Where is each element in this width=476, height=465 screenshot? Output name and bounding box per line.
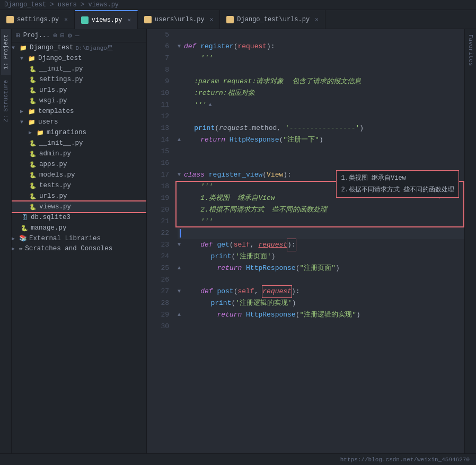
tests-label: tests.py xyxy=(39,182,71,189)
tree-migrations[interactable]: ▶ 📁 migrations xyxy=(12,127,146,138)
punc-27a: ( xyxy=(234,286,238,297)
fn-register: register xyxy=(200,41,233,52)
fn-registerview: register_view xyxy=(209,169,262,181)
tree-settings-py[interactable]: 🐍 settings.py xyxy=(12,74,146,85)
tree-wsgi-py[interactable]: 🐍 wsgi.py xyxy=(12,95,146,106)
str-25: "注册页面" xyxy=(299,262,336,274)
punc-25b: ) xyxy=(336,262,340,274)
punc-27b: , xyxy=(254,286,263,297)
tree-users-urls-py[interactable]: 🐍 urls.py xyxy=(12,191,146,201)
str-13: '----------------' xyxy=(285,122,359,134)
tree-root[interactable]: ▼ 📁 Django_test D:\Django星 xyxy=(12,42,146,53)
tab-views[interactable]: views.py ✕ xyxy=(75,10,138,29)
fold-29-icon: ▲ xyxy=(178,309,184,321)
project-expand-icon[interactable]: ⊞ xyxy=(16,31,20,40)
str-28: '注册逻辑的实现' xyxy=(235,297,292,309)
code-lines-area[interactable]: ▼ def register(request): ''' :param requ… xyxy=(173,29,464,453)
project-split-icon[interactable]: ⊟ xyxy=(60,31,65,40)
sqlite-label: db.sqlite3 xyxy=(31,214,70,221)
tree-users-init[interactable]: 🐍 __init__.py xyxy=(12,138,146,148)
apps-icon: 🐍 xyxy=(29,160,37,169)
tab-structure[interactable]: Z: Structure xyxy=(1,75,11,127)
models-label: models.py xyxy=(39,171,75,179)
tree-manage-py[interactable]: 🐍 manage.py xyxy=(12,223,146,233)
code-line-22 xyxy=(178,227,464,239)
method-13: method xyxy=(252,122,277,134)
migrations-label: migrations xyxy=(47,129,86,136)
annotation-region: ''' 1.类视图 继承自View ➚ 1.类视图 继承自View 2.根据不同… xyxy=(178,181,464,227)
code-line-19: 1.类视图 继承自View ➚ 1.类视图 继承自View 2.根据不同请求方式… xyxy=(178,192,464,204)
tab-settings[interactable]: settings.py ✕ xyxy=(0,10,75,29)
users-arrow-icon: ▼ xyxy=(20,119,28,125)
manage-icon: 🐍 xyxy=(20,224,29,232)
scratches-icon: ✏ xyxy=(19,244,23,252)
punc-28b: ) xyxy=(292,297,296,309)
tree-sqlite[interactable]: 🗄 db.sqlite3 xyxy=(12,212,146,223)
code-line-25: ▲ return HttpResponse("注册页面") xyxy=(178,262,464,274)
init-label: __init__.py xyxy=(39,65,83,73)
tab-favorites[interactable]: Favorites xyxy=(466,29,475,71)
kw-return-14: return xyxy=(184,134,230,146)
fold-6-icon: ▼ xyxy=(178,41,184,52)
tab-project[interactable]: 1: Project xyxy=(1,29,11,75)
settings-file-icon: 🐍 xyxy=(29,75,37,84)
punc-27c: ): xyxy=(292,286,300,297)
code-editor[interactable]: 5 6 7 8 9 10 11 12 13 14 15 16 17 18 19 … xyxy=(147,29,464,453)
tab-django-urls[interactable]: Django_test\urls.py ✕ xyxy=(220,10,325,29)
cm-18: ''' xyxy=(184,181,213,192)
tree-templates[interactable]: ▶ 📁 templates xyxy=(12,106,146,117)
annotation-tooltip: 1.类视图 继承自View 2.根据不同请求方式 些不同的函数处理 xyxy=(336,170,459,198)
param-req-23: request xyxy=(258,239,287,251)
code-line-20: 2.根据不同请求方式 些不同的函数处理 xyxy=(178,204,464,216)
cm-10: :return:相应对象 xyxy=(178,87,255,99)
left-panel-tabs: 1: Project Z: Structure xyxy=(0,29,12,453)
fn-httpresponse-25: HttpResponse xyxy=(246,262,296,274)
tree-models-py[interactable]: 🐍 models.py xyxy=(12,170,146,180)
punc-13a: ( xyxy=(215,122,219,134)
punc-23a: ( xyxy=(230,239,234,251)
code-line-29: ▲ return HttpResponse("注册逻辑的实现") xyxy=(178,309,464,321)
tree-views-py[interactable]: 🐍 views.py xyxy=(12,201,146,212)
code-line-9: :param request:请求对象 包含了请求的报文信息 xyxy=(178,76,464,87)
tab-users-urls[interactable]: users\urls.py ✕ xyxy=(138,10,220,29)
code-content: 5 6 7 8 9 10 11 12 13 14 15 16 17 18 19 … xyxy=(147,29,464,453)
punc-23b: , xyxy=(250,239,259,251)
tree-apps-py[interactable]: 🐍 apps.py xyxy=(12,159,146,170)
project-gear-icon[interactable]: ⚙ xyxy=(68,31,72,40)
tree-scratches[interactable]: ▶ ✏ Scratches and Consoles xyxy=(12,243,146,253)
tree-init-py[interactable]: 🐍 __init__.py xyxy=(12,64,146,74)
tree-djangotest-folder[interactable]: ▼ 📁 Django_test xyxy=(12,53,146,64)
project-add-icon[interactable]: ⊕ xyxy=(53,31,57,40)
users-init-icon: 🐍 xyxy=(29,139,37,147)
cn-28 xyxy=(178,297,210,309)
code-line-15 xyxy=(178,146,464,157)
cm-11: ''' xyxy=(178,99,207,111)
project-close-icon[interactable]: — xyxy=(75,32,80,40)
urls-label: urls.py xyxy=(39,86,67,94)
fn-print-24: print xyxy=(210,251,231,262)
tab-close-settings[interactable]: ✕ xyxy=(64,16,68,23)
punc-6a: ( xyxy=(234,41,238,52)
tab-close-django-urls[interactable]: ✕ xyxy=(315,16,319,23)
project-label: Proj... xyxy=(23,32,50,39)
tree-users-folder[interactable]: ▼ 📁 users xyxy=(12,117,146,127)
req-13: request xyxy=(219,122,248,134)
line-numbers: 5 6 7 8 9 10 11 12 13 14 15 16 17 18 19 … xyxy=(147,29,173,453)
tree-external-libs[interactable]: ▶ 📚 External Libraries xyxy=(12,233,146,243)
code-line-16 xyxy=(178,157,464,169)
tab-close-views[interactable]: ✕ xyxy=(127,16,131,23)
punc-25a: ( xyxy=(296,262,300,274)
code-line-10: :return:相应对象 xyxy=(178,87,464,99)
fold-14-icon: ▲ xyxy=(178,134,184,146)
tree-tests-py[interactable]: 🐍 tests.py xyxy=(12,180,146,191)
tree-admin-py[interactable]: 🐍 admin.py xyxy=(12,148,146,159)
tab-label-users-urls: users\urls.py xyxy=(155,16,205,23)
code-line-24: print('注册页面') xyxy=(178,251,464,262)
tree-urls-py[interactable]: 🐍 urls.py xyxy=(12,85,146,95)
tab-close-users-urls[interactable]: ✕ xyxy=(210,16,214,23)
sidebar: ⊞ Proj... ⊕ ⊟ ⚙ — ▼ 📁 Django_test D:\Dja… xyxy=(12,29,147,453)
code-line-13: print(request.method, '----------------'… xyxy=(178,122,464,134)
kw-class-17: class xyxy=(184,169,209,181)
admin-icon: 🐍 xyxy=(29,150,37,158)
tab-icon-users-urls xyxy=(144,16,152,23)
